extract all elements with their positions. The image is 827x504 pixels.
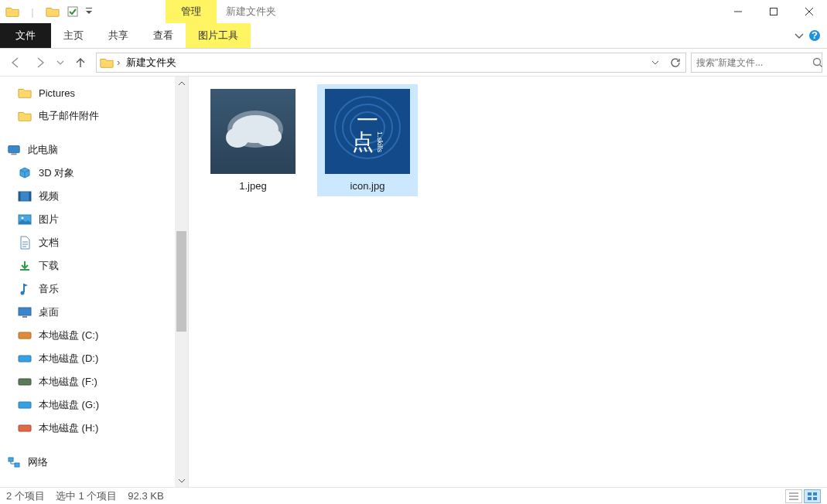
scroll-thumb[interactable] bbox=[176, 231, 186, 332]
address-bar-row: › 新建文件夹 bbox=[0, 49, 827, 77]
tree-label: 本地磁盘 (D:) bbox=[39, 352, 98, 366]
ribbon-expand-icon[interactable] bbox=[795, 31, 804, 40]
svg-rect-2 bbox=[771, 9, 777, 15]
tree-item-desktop[interactable]: 桌面 bbox=[0, 301, 188, 324]
status-selected-count: 选中 1 个项目 bbox=[56, 489, 117, 503]
up-button[interactable] bbox=[70, 52, 91, 73]
titlebar: | 管理 新建文件夹 bbox=[0, 0, 827, 23]
tree-label: 文档 bbox=[39, 236, 59, 250]
tree-item-drive-g[interactable]: 本地磁盘 (G:) bbox=[0, 393, 188, 417]
svg-point-12 bbox=[22, 217, 24, 220]
svg-rect-19 bbox=[19, 402, 31, 408]
file-thumbnail: 一 点1.skills bbox=[325, 89, 410, 174]
svg-rect-10 bbox=[29, 192, 32, 201]
tree-item-pictures2[interactable]: 图片 bbox=[0, 208, 188, 231]
drive-icon bbox=[17, 421, 32, 436]
file-name: icon.jpg bbox=[350, 180, 385, 192]
file-thumbnail bbox=[210, 89, 296, 174]
thumb-text: 一 bbox=[357, 110, 378, 131]
refresh-icon[interactable] bbox=[665, 53, 685, 72]
file-name: 1.jpeg bbox=[239, 180, 266, 192]
svg-rect-1 bbox=[86, 8, 92, 9]
tree-label: 网络 bbox=[28, 455, 48, 469]
tab-file[interactable]: 文件 bbox=[0, 23, 51, 48]
address-bar[interactable]: › 新建文件夹 bbox=[96, 53, 686, 73]
folder-icon bbox=[17, 85, 32, 100]
thumb-text: 点 bbox=[352, 131, 374, 153]
tree-item-drive-f[interactable]: 本地磁盘 (F:) bbox=[0, 370, 188, 393]
tree-item-downloads[interactable]: 下载 bbox=[0, 254, 188, 278]
svg-rect-7 bbox=[11, 154, 16, 155]
svg-rect-6 bbox=[9, 146, 19, 153]
svg-point-13 bbox=[21, 291, 25, 295]
forward-button[interactable] bbox=[29, 52, 51, 73]
tree-item-this-pc[interactable]: 此电脑 bbox=[0, 138, 188, 162]
video-icon bbox=[17, 189, 32, 204]
tree-item-music[interactable]: 音乐 bbox=[0, 278, 188, 301]
tree-scrollbar[interactable] bbox=[175, 77, 188, 487]
tree-item-documents[interactable]: 文档 bbox=[0, 231, 188, 254]
tree-item-attachments[interactable]: 电子邮件附件 bbox=[0, 104, 188, 128]
details-view-button[interactable] bbox=[785, 489, 802, 503]
tree-item-videos[interactable]: 视频 bbox=[0, 185, 188, 208]
svg-rect-29 bbox=[813, 497, 817, 500]
music-icon bbox=[17, 281, 32, 297]
folder-icon[interactable] bbox=[43, 2, 62, 21]
tree-label: 音乐 bbox=[39, 282, 59, 296]
drive-icon bbox=[17, 397, 32, 413]
folder-icon[interactable] bbox=[3, 2, 22, 21]
address-dropdown-icon[interactable] bbox=[645, 53, 665, 72]
tree-label: Pictures bbox=[39, 87, 75, 99]
minimize-button[interactable] bbox=[720, 0, 756, 23]
tree-item-drive-d[interactable]: 本地磁盘 (D:) bbox=[0, 347, 188, 370]
breadcrumb-separator[interactable]: › bbox=[115, 56, 121, 68]
tree-item-pictures[interactable]: Pictures bbox=[0, 81, 188, 104]
qat-dropdown-icon[interactable] bbox=[84, 2, 94, 21]
tree-item-drive-c[interactable]: 本地磁盘 (C:) bbox=[0, 324, 188, 347]
tab-home[interactable]: 主页 bbox=[51, 23, 96, 48]
svg-text:?: ? bbox=[812, 29, 818, 41]
scroll-down-icon[interactable] bbox=[175, 474, 188, 487]
thumb-text: 1.skills bbox=[376, 131, 383, 152]
tab-share[interactable]: 共享 bbox=[96, 23, 141, 48]
pc-icon bbox=[6, 142, 22, 158]
scroll-up-icon[interactable] bbox=[175, 77, 188, 90]
svg-point-5 bbox=[814, 58, 821, 65]
svg-rect-14 bbox=[19, 308, 31, 315]
help-icon[interactable]: ? bbox=[808, 29, 821, 42]
breadcrumb-current[interactable]: 新建文件夹 bbox=[121, 53, 181, 72]
tree-label: 本地磁盘 (H:) bbox=[39, 421, 98, 435]
search-input[interactable] bbox=[692, 57, 812, 68]
tree-label: 本地磁盘 (C:) bbox=[39, 329, 98, 342]
file-list-pane[interactable]: 1.jpeg 一 点1.skills icon.jpg bbox=[189, 77, 827, 487]
nav-buttons bbox=[5, 52, 91, 73]
checkbox-icon[interactable] bbox=[63, 2, 82, 21]
tree-label: 3D 对象 bbox=[39, 166, 74, 180]
tab-view[interactable]: 查看 bbox=[141, 23, 186, 48]
window-title: 新建文件夹 bbox=[226, 5, 276, 19]
tree-item-network[interactable]: 网络 bbox=[0, 451, 188, 474]
recent-dropdown-icon[interactable] bbox=[54, 52, 67, 73]
quick-access-toolbar: | bbox=[0, 2, 94, 21]
folder-icon bbox=[17, 108, 32, 124]
network-icon bbox=[6, 455, 22, 470]
download-icon bbox=[17, 258, 32, 274]
file-item[interactable]: 一 点1.skills icon.jpg bbox=[317, 84, 418, 196]
view-mode-buttons bbox=[785, 489, 821, 503]
svg-rect-20 bbox=[19, 425, 31, 431]
thumbnails-view-button[interactable] bbox=[804, 489, 821, 503]
tree-item-drive-h[interactable]: 本地磁盘 (H:) bbox=[0, 417, 188, 440]
tree-item-3d[interactable]: 3D 对象 bbox=[0, 162, 188, 185]
file-item[interactable]: 1.jpeg bbox=[203, 84, 303, 196]
status-bar: 2 个项目 选中 1 个项目 92.3 KB bbox=[0, 487, 827, 504]
drive-icon bbox=[17, 374, 32, 390]
close-button[interactable] bbox=[791, 0, 827, 23]
maximize-button[interactable] bbox=[756, 0, 791, 23]
search-box[interactable] bbox=[691, 53, 822, 73]
manage-context-tab[interactable]: 管理 bbox=[166, 0, 217, 23]
tree-label: 视频 bbox=[39, 189, 59, 203]
back-button[interactable] bbox=[5, 52, 26, 73]
search-icon[interactable] bbox=[812, 57, 823, 68]
tab-picture-tools[interactable]: 图片工具 bbox=[186, 23, 251, 48]
status-item-count: 2 个项目 bbox=[6, 489, 45, 503]
